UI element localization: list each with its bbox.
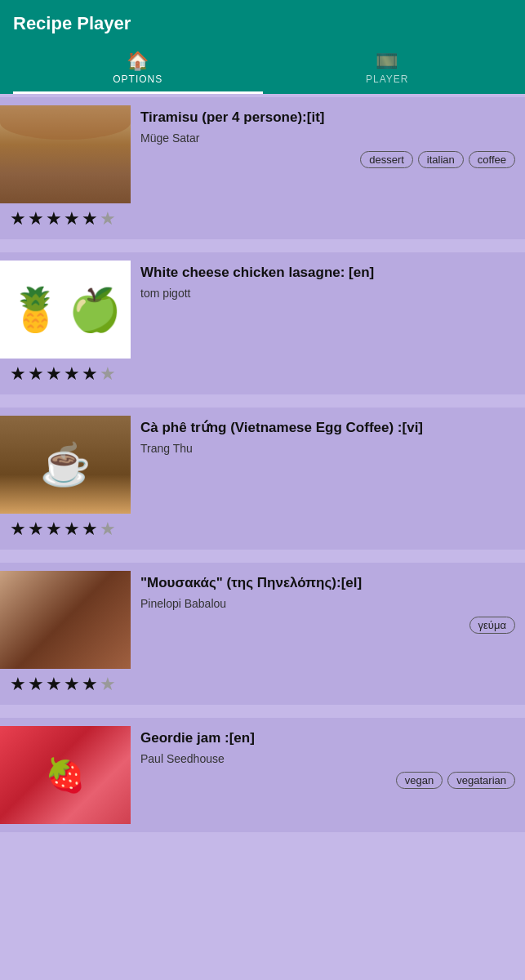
star-2: ★ [28,674,44,695]
stars-row-coffee: ★ ★ ★ ★ ★ ★ [0,514,515,541]
stars-row-moussaka: ★ ★ ★ ★ ★ ★ [0,669,515,697]
tag-italian[interactable]: italian [418,151,464,168]
pineapple-icon: 🍍 [9,285,62,335]
star-2: ★ [28,519,44,540]
star-5: ★ [82,519,98,540]
recipe-author-moussaka: Pinelopi Babalou [140,597,515,610]
jam-image: 🍓 [0,726,131,824]
app-header: Recipe Player 🏠 OPTIONS 🎞️ PLAYER [0,0,525,94]
recipe-card-moussaka[interactable]: "Μουσακάς" (της Πηνελόπης):[el] Pinelopi… [0,563,525,705]
recipe-author-lasagne: tom pigott [140,287,515,300]
star-5: ★ [82,208,98,229]
star-3: ★ [46,674,62,695]
star-6: ★ [100,519,116,540]
star-3: ★ [46,208,62,229]
tags-row-moussaka: γεύμα [140,617,515,634]
tag-vegan[interactable]: vegan [396,772,443,789]
recipe-thumbnail-jam: 🍓 [0,726,131,824]
star-6: ★ [100,674,116,695]
recipe-thumbnail-lasagne: 🍍 🍏 [0,261,131,359]
recipe-card-lasagne[interactable]: 🍍 🍏 White cheese chicken lasagne: [en] t… [0,252,525,394]
recipe-row: 🍓 Geordie jam :[en] Paul Seedhouse vegan… [0,726,515,824]
tiramisu-image [0,105,131,203]
star-4: ★ [64,363,80,385]
app-container: Recipe Player 🏠 OPTIONS 🎞️ PLAYER Tirami… [0,0,525,837]
recipe-author-tiramisu: Müge Satar [140,131,515,145]
recipe-title-jam: Geordie jam :[en] [140,729,515,747]
recipe-info-lasagne: White cheese chicken lasagne: [en] tom p… [140,261,515,300]
star-2: ★ [28,208,44,229]
divider-3 [0,555,525,559]
star-1: ★ [10,208,26,229]
star-4: ★ [64,519,80,540]
recipe-card-egg-coffee[interactable]: Cà phê trứng (Vietnamese Egg Coffee) :[v… [0,408,525,550]
tab-bar: 🏠 OPTIONS 🎞️ PLAYER [13,44,512,94]
tag-coffee[interactable]: coffee [469,151,515,168]
star-4: ★ [64,674,80,695]
recipe-card-jam[interactable]: 🍓 Geordie jam :[en] Paul Seedhouse vegan… [0,718,525,832]
tab-options[interactable]: 🏠 OPTIONS [13,44,263,94]
stars-row-tiramisu: ★ ★ ★ ★ ★ ★ [0,203,515,231]
tags-row-tiramisu: dessert italian coffee [140,151,515,168]
tags-row-jam: vegan vegatarian [140,772,515,789]
star-1: ★ [10,674,26,695]
recipe-row: Tiramisu (per 4 persone):[it] Müge Satar… [0,105,515,203]
app-title: Recipe Player [13,13,512,44]
tag-gevma[interactable]: γεύμα [469,617,515,634]
recipe-list: Tiramisu (per 4 persone):[it] Müge Satar… [0,94,525,837]
recipe-info-tiramisu: Tiramisu (per 4 persone):[it] Müge Satar… [140,105,515,168]
star-6: ★ [100,208,116,229]
recipe-info-moussaka: "Μουσακάς" (της Πηνελόπης):[el] Pinelopi… [140,571,515,634]
tab-player[interactable]: 🎞️ PLAYER [263,44,513,94]
home-icon: 🏠 [127,52,149,70]
tab-player-label: PLAYER [366,74,408,85]
tag-vegatarian[interactable]: vegatarian [447,772,515,789]
recipe-title-coffee: Cà phê trứng (Vietnamese Egg Coffee) :[v… [140,419,515,437]
recipe-thumbnail-tiramisu [0,105,131,203]
recipe-thumbnail-moussaka [0,571,131,669]
star-5: ★ [82,674,98,695]
recipe-title-tiramisu: Tiramisu (per 4 persone):[it] [140,109,515,127]
coffee-image [0,416,131,514]
star-3: ★ [46,363,62,385]
star-6: ★ [100,363,116,385]
recipe-info-coffee: Cà phê trứng (Vietnamese Egg Coffee) :[v… [140,416,515,455]
tab-options-label: OPTIONS [113,74,162,85]
star-2: ★ [28,363,44,385]
film-icon: 🎞️ [376,52,398,70]
recipe-title-moussaka: "Μουσακάς" (της Πηνελόπης):[el] [140,574,515,592]
apple-icon: 🍏 [69,285,122,335]
star-1: ★ [10,363,26,385]
recipe-thumbnail-coffee [0,416,131,514]
recipe-info-jam: Geordie jam :[en] Paul Seedhouse vegan v… [140,726,515,789]
recipe-row: "Μουσακάς" (της Πηνελόπης):[el] Pinelopi… [0,571,515,669]
star-3: ★ [46,519,62,540]
recipe-card-tiramisu[interactable]: Tiramisu (per 4 persone):[it] Müge Satar… [0,97,525,239]
moussaka-image [0,571,131,669]
recipe-row: Cà phê trứng (Vietnamese Egg Coffee) :[v… [0,416,515,514]
stars-row-lasagne: ★ ★ ★ ★ ★ ★ [0,359,515,386]
fruits-image: 🍍 🍏 [0,261,131,359]
recipe-title-lasagne: White cheese chicken lasagne: [en] [140,264,515,282]
recipe-author-coffee: Trang Thu [140,442,515,455]
tag-dessert[interactable]: dessert [360,151,413,168]
recipe-author-jam: Paul Seedhouse [140,752,515,765]
divider-1 [0,244,525,249]
recipe-row: 🍍 🍏 White cheese chicken lasagne: [en] t… [0,261,515,359]
divider-4 [0,710,525,715]
divider-2 [0,399,525,404]
star-5: ★ [82,363,98,385]
star-4: ★ [64,208,80,229]
star-1: ★ [10,519,26,540]
